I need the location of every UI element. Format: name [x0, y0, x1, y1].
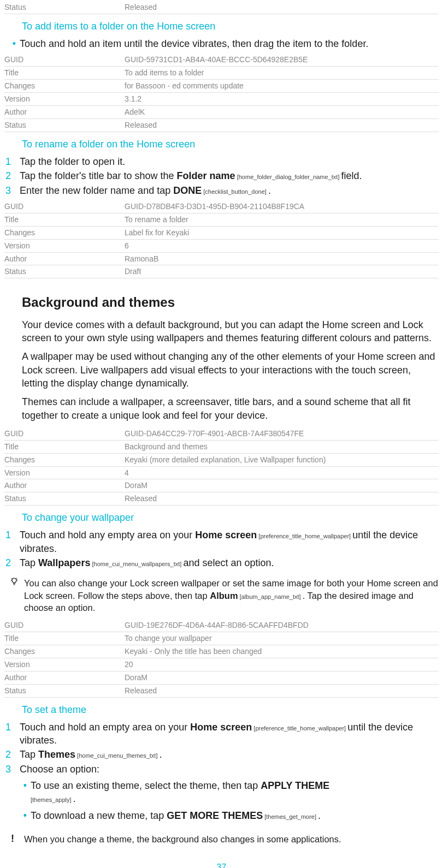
meta-val: 20: [125, 658, 439, 671]
meta-table-3: GUIDGUID-DA64CC29-770F-4901-ABCB-7A4F380…: [4, 427, 439, 506]
ui-label: Wallpapers: [38, 557, 90, 568]
step-text: Enter the new folder name and tap DONE […: [20, 184, 439, 197]
ui-label: Album: [210, 591, 238, 601]
steps-rename: 1Tap the folder to open it. 2Tap the fol…: [4, 155, 439, 197]
meta-key: Status: [4, 684, 125, 697]
bullet-icon: •: [9, 37, 20, 50]
meta-key: GUID: [4, 200, 125, 213]
tip-note: You can also change your Lock screen wal…: [10, 577, 439, 614]
meta-key: Changes: [4, 226, 125, 239]
bullet-text: To use an existing theme, select the the…: [31, 779, 439, 806]
step-text: Touch and hold an empty area on your Hom…: [20, 721, 439, 747]
meta-key: Changes: [4, 80, 125, 93]
step-item: 3 Choose an option: • To use an existing…: [4, 763, 439, 825]
meta-val: 3.1.2: [125, 93, 439, 106]
meta-val: DoraM: [125, 479, 439, 492]
meta-val: Draft: [125, 265, 439, 278]
meta-val: RamonaB: [125, 252, 439, 265]
ui-label: GET MORE THEMES: [167, 810, 263, 821]
meta-key: GUID: [4, 53, 125, 66]
step-item: 2Tap Themes [home_cui_menu_themes_txt] .: [4, 748, 439, 761]
ref-tag: [themes_get_more]: [263, 813, 318, 820]
bullet-text: To download a new theme, tap GET MORE TH…: [31, 809, 439, 822]
meta-key: Version: [4, 93, 125, 106]
text-fragment: field.: [341, 170, 362, 181]
section-title-set-theme: To set a theme: [22, 703, 439, 716]
bullet-icon: •: [20, 779, 31, 806]
paragraph: A wallpaper may be used without changing…: [22, 350, 439, 390]
meta-key: Title: [4, 213, 125, 226]
text-fragment: Tap the folder's title bar to show the: [20, 170, 177, 181]
text-fragment: Tap: [20, 749, 38, 760]
step-item: 1Touch and hold an empty area on your Ho…: [4, 721, 439, 747]
paragraph: Your device comes with a default backgro…: [22, 318, 439, 345]
steps-theme: 1Touch and hold an empty area on your Ho…: [4, 721, 439, 825]
meta-val: To change your wallpaper: [125, 632, 439, 645]
heading-background-themes: Background and themes: [22, 294, 439, 311]
meta-key: Status: [4, 492, 125, 506]
meta-val: GUID-19E276DF-4D6A-44AF-8D86-5CAAFFD4BFD…: [125, 619, 439, 632]
meta-key: GUID: [4, 619, 125, 632]
text-fragment: Tap: [20, 557, 38, 568]
step-text: Tap Wallpapers [home_cui_menu_wallpapers…: [20, 556, 439, 569]
step-number: 2: [4, 748, 20, 761]
meta-val: Keyaki - Only the title has been changed: [125, 645, 439, 658]
warning-text: When you change a theme, the background …: [24, 833, 439, 845]
svg-line-1: [17, 580, 17, 581]
meta-val: Released: [125, 1, 439, 14]
ref-tag: [checklist_button_done]: [202, 188, 268, 195]
step-item: 3Enter the new folder name and tap DONE …: [4, 184, 439, 197]
ref-tag: [preference_title_home_wallpaper]: [252, 725, 347, 732]
meta-val: DoraM: [125, 671, 439, 684]
bullet-item: • Touch and hold an item until the devic…: [9, 37, 439, 50]
section-title-add-items: To add items to a folder on the Home scr…: [22, 20, 439, 33]
step-number: 3: [4, 763, 20, 825]
meta-table-2: GUIDGUID-D78DB4F3-D3D1-495D-B904-21104B8…: [4, 200, 439, 278]
step-text: Tap the folder to open it.: [20, 155, 439, 168]
meta-val: GUID-D78DB4F3-D3D1-495D-B904-21104B8F19C…: [125, 200, 439, 213]
ui-label: Themes: [38, 749, 75, 760]
step-item: 2Tap Wallpapers [home_cui_menu_wallpaper…: [4, 556, 439, 569]
meta-key: Changes: [4, 453, 125, 466]
text-fragment: Choose an option:: [20, 763, 439, 776]
svg-line-0: [11, 580, 11, 581]
step-number: 1: [4, 528, 20, 555]
meta-key: Version: [4, 658, 125, 671]
bullet-item: • To use an existing theme, select the t…: [20, 779, 439, 806]
step-number: 1: [4, 155, 20, 168]
ui-label: APPLY THEME: [261, 780, 329, 791]
step-text: Touch and hold any empty area on your Ho…: [20, 528, 439, 555]
meta-key: Status: [4, 265, 125, 278]
meta-key: Title: [4, 632, 125, 645]
text-fragment: Touch and hold any empty area on your: [20, 530, 195, 540]
meta-val: 6: [125, 239, 439, 252]
warning-note: ! When you change a theme, the backgroun…: [11, 833, 439, 845]
meta-key: GUID: [4, 427, 125, 440]
step-text: Choose an option: • To use an existing t…: [20, 763, 439, 825]
meta-val: Released: [125, 118, 439, 132]
text-fragment: Enter the new folder name and tap: [20, 185, 173, 196]
page-content: StatusReleased To add items to a folder …: [4, 1, 439, 868]
meta-val: GUID-DA64CC29-770F-4901-ABCB-7A4F380547F…: [125, 427, 439, 440]
steps-wallpaper: 1Touch and hold any empty area on your H…: [4, 528, 439, 569]
step-text: Tap the folder's title bar to show the F…: [20, 169, 439, 182]
meta-key: Author: [4, 671, 125, 684]
meta-val: GUID-59731CD1-AB4A-40AE-BCCC-5D64928E2B5…: [125, 53, 439, 66]
meta-table-1: GUIDGUID-59731CD1-AB4A-40AE-BCCC-5D64928…: [4, 53, 439, 132]
meta-key: Author: [4, 106, 125, 119]
bullet-icon: •: [20, 809, 31, 822]
ui-label: DONE: [173, 185, 202, 196]
svg-line-2: [11, 578, 12, 579]
ref-tag: [home_cui_menu_wallpapers_txt]: [90, 561, 183, 567]
ref-tag: [preference_title_home_wallpaper]: [257, 533, 352, 539]
step-number: 1: [4, 721, 20, 747]
bullet-text: Touch and hold an item until the device …: [20, 37, 439, 50]
meta-key: Author: [4, 479, 125, 492]
step-text: Tap Themes [home_cui_menu_themes_txt] .: [20, 748, 439, 761]
step-number: 3: [4, 184, 20, 197]
meta-val: Label fix for Keyaki: [125, 226, 439, 239]
paragraph: Themes can include a wallpaper, a screen…: [22, 395, 439, 422]
meta-val: Released: [125, 492, 439, 506]
ref-tag: [home_cui_menu_themes_txt]: [75, 752, 159, 759]
meta-key: Version: [4, 466, 125, 479]
